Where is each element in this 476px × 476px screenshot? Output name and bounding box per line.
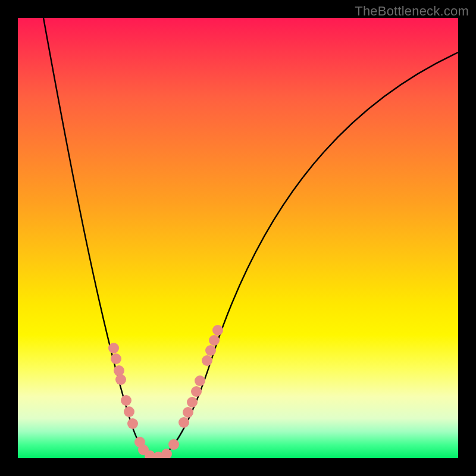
watermark-text: TheBottleneck.com (355, 4, 469, 19)
data-marker (108, 343, 119, 353)
data-marker (191, 386, 202, 397)
data-marker (168, 439, 179, 450)
data-marker (187, 397, 198, 408)
data-marker (178, 417, 189, 428)
marker-layer (108, 325, 223, 458)
data-marker (209, 335, 220, 346)
data-marker (115, 374, 126, 385)
data-marker (111, 353, 121, 364)
data-marker (161, 449, 172, 458)
data-marker (127, 418, 138, 429)
bottleneck-curve (43, 18, 458, 458)
data-marker (205, 345, 216, 356)
data-marker (183, 407, 193, 418)
chart-plot-area (18, 18, 458, 458)
data-marker (114, 365, 124, 376)
data-marker (212, 325, 223, 336)
chart-svg (18, 18, 458, 458)
data-marker (202, 355, 212, 366)
data-marker (121, 395, 131, 406)
chart-frame: TheBottleneck.com (0, 0, 476, 476)
data-marker (124, 406, 134, 417)
data-marker (195, 375, 205, 386)
